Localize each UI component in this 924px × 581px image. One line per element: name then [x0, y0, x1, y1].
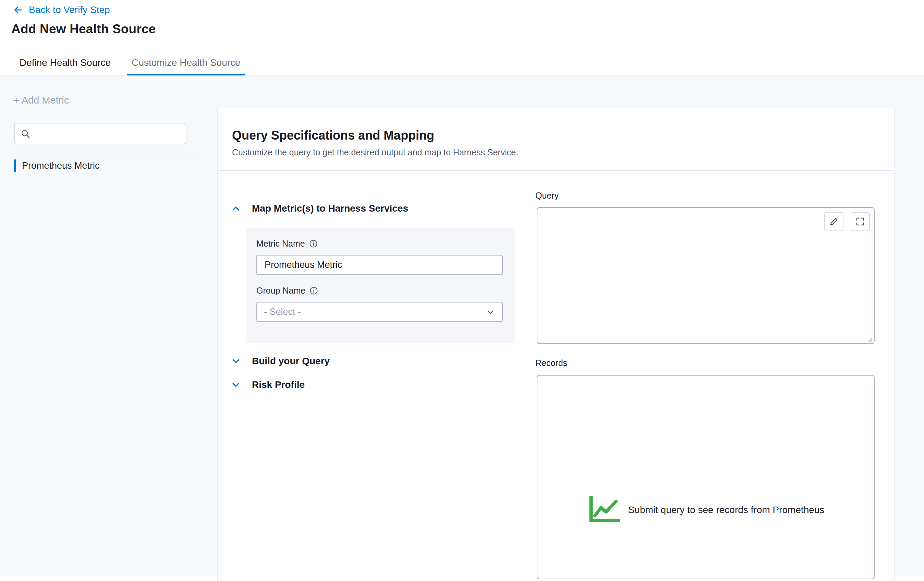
query-label: Query — [535, 191, 559, 200]
metric-list-item[interactable]: Prometheus Metric — [14, 158, 100, 173]
page-title: Add New Health Source — [11, 22, 156, 36]
group-name-placeholder: - Select - — [264, 306, 301, 317]
section-build-query-toggle[interactable]: Build your Query — [231, 354, 330, 369]
query-editor — [537, 207, 874, 344]
group-name-label-text: Group Name — [256, 286, 305, 296]
line-chart-icon — [587, 496, 620, 525]
search-input[interactable] — [35, 128, 180, 139]
group-name-select[interactable]: - Select - — [256, 302, 503, 322]
tab-bar: Define Health Source Customize Health So… — [0, 51, 924, 75]
expand-icon — [855, 217, 865, 227]
metric-mapping-form: Metric Name Group Name — [246, 228, 515, 343]
add-metric-label: Add Metric — [21, 95, 69, 106]
metric-search — [14, 123, 186, 144]
metric-name-label-text: Metric Name — [256, 239, 305, 249]
chevron-down-icon — [486, 307, 495, 317]
metric-name-input[interactable] — [256, 255, 503, 275]
records-label: Records — [535, 358, 567, 368]
section-risk-profile-toggle[interactable]: Risk Profile — [231, 377, 305, 392]
back-link[interactable]: Back to Verify Step — [12, 4, 110, 16]
arrow-left-icon — [12, 4, 24, 16]
chevron-down-icon — [231, 356, 241, 366]
metric-item-label: Prometheus Metric — [22, 161, 100, 171]
section-label: Map Metric(s) to Harness Services — [252, 203, 408, 214]
section-map-metrics-toggle[interactable]: Map Metric(s) to Harness Services — [231, 201, 408, 216]
query-specifications-panel: Query Specifications and Mapping Customi… — [217, 108, 894, 581]
pencil-icon — [829, 217, 839, 227]
resize-handle[interactable] — [866, 336, 873, 342]
add-metric-button[interactable]: + Add Metric — [13, 95, 69, 106]
sidebar-divider — [14, 156, 194, 156]
records-empty-state: Submit query to see records from Prometh… — [537, 496, 874, 525]
panel-header: Query Specifications and Mapping Customi… — [218, 108, 894, 171]
info-icon — [309, 239, 318, 248]
back-link-label: Back to Verify Step — [29, 5, 110, 15]
tab-customize-health-source[interactable]: Customize Health Source — [127, 51, 245, 75]
records-empty-text: Submit query to see records from Prometh… — [628, 505, 825, 515]
content-area: + Add Metric Prometheus Metric Query Spe… — [0, 75, 924, 581]
search-icon — [20, 129, 30, 139]
section-label: Build your Query — [252, 356, 330, 367]
selected-indicator — [14, 159, 16, 172]
group-name-label: Group Name — [256, 286, 318, 296]
expand-query-button[interactable] — [851, 212, 870, 231]
page-header: Back to Verify Step Add New Health Sourc… — [0, 0, 924, 51]
metric-name-label: Metric Name — [256, 239, 318, 249]
chevron-down-icon — [231, 380, 241, 390]
edit-query-button[interactable] — [824, 212, 843, 231]
chevron-up-icon — [231, 204, 241, 214]
tab-define-health-source[interactable]: Define Health Source — [15, 51, 116, 75]
plus-icon: + — [13, 95, 20, 106]
section-label: Risk Profile — [252, 379, 305, 390]
panel-subtitle: Customize the query to get the desired o… — [232, 147, 894, 157]
query-textarea[interactable] — [537, 208, 874, 343]
panel-title: Query Specifications and Mapping — [232, 128, 894, 143]
records-panel: Submit query to see records from Prometh… — [537, 375, 874, 579]
info-icon — [310, 286, 318, 295]
